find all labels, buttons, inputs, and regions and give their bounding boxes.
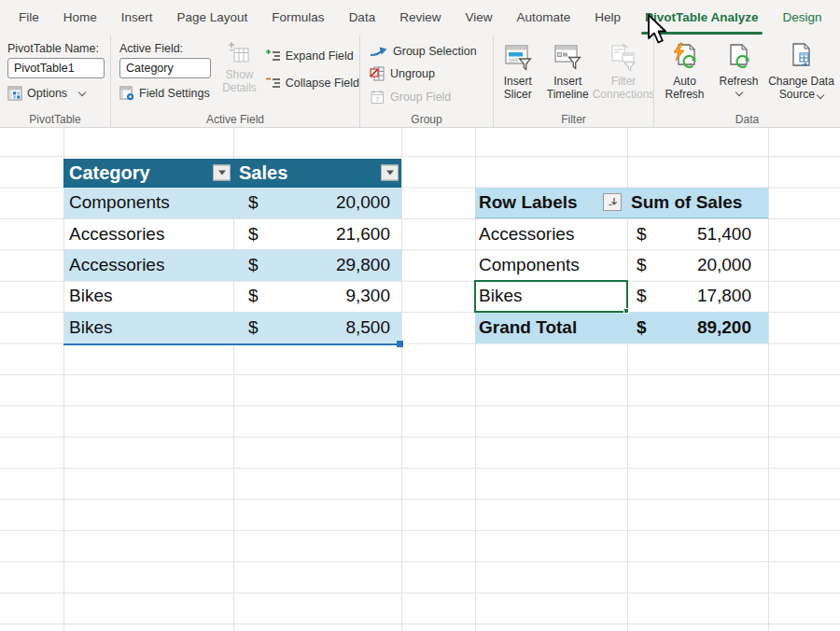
filter-connections-line1: Filter — [611, 76, 637, 89]
pivot-label-cell-selected[interactable]: Components — [475, 249, 627, 280]
row-labels-label: Row Labels — [479, 192, 578, 213]
pivot-label-cell[interactable]: Accessories — [475, 218, 627, 249]
pivot-table: Row Labels Sum of Sales Accessories $51,… — [475, 188, 768, 344]
filter-dropdown-icon[interactable] — [381, 165, 399, 181]
collapse-field-icon — [265, 76, 281, 91]
pivot-grand-total-row: Grand Total $89,200 — [475, 312, 768, 343]
options-button[interactable]: Options — [7, 86, 110, 101]
active-field-input[interactable] — [119, 58, 211, 78]
pivot-header-row: Row Labels Sum of Sales — [475, 188, 768, 218]
active-field-label: Active Field: — [119, 42, 219, 55]
currency-symbol: $ — [637, 255, 647, 275]
tab-file[interactable]: File — [7, 0, 51, 35]
tab-data[interactable]: Data — [337, 0, 388, 35]
currency-symbol: $ — [248, 317, 259, 338]
table-resize-handle[interactable] — [397, 341, 403, 347]
pivot-header-row-labels[interactable]: Row Labels — [475, 188, 627, 217]
collapse-field-label: Collapse Field — [286, 77, 359, 90]
tab-formulas[interactable]: Formulas — [259, 0, 336, 35]
currency-symbol: $ — [637, 224, 647, 245]
grand-total-value-cell[interactable]: $89,200 — [627, 312, 768, 343]
tab-design[interactable]: Design — [771, 0, 834, 35]
group-caption-active-field: Active Field — [111, 113, 359, 126]
tab-automate[interactable]: Automate — [504, 0, 582, 35]
category-cell[interactable]: Accessories — [63, 249, 233, 280]
pivottable-name-input[interactable] — [7, 58, 105, 78]
auto-refresh-line1: Auto — [673, 76, 696, 89]
currency-symbol: $ — [637, 286, 647, 306]
tab-pivottable-analyze[interactable]: PivotTable Analyze — [633, 0, 771, 35]
amount-value: 20,000 — [336, 192, 390, 213]
group-selection-button[interactable]: Group Selection — [370, 45, 493, 58]
pivot-value-cell[interactable]: $20,000 — [627, 249, 768, 280]
currency-symbol: $ — [248, 192, 259, 213]
change-data-source-line2-text: Source — [779, 88, 815, 101]
ungroup-label: Ungroup — [390, 67, 435, 80]
category-cell[interactable]: Bikes — [63, 281, 233, 312]
field-settings-label: Field Settings — [139, 87, 210, 100]
chevron-down-icon — [735, 88, 742, 95]
tab-page-layout[interactable]: Page Layout — [165, 0, 260, 35]
show-details-line1: Show — [226, 69, 254, 82]
pivot-value-cell[interactable]: $17,800 — [627, 281, 768, 312]
pivot-label-cell[interactable]: Bikes — [475, 281, 627, 312]
category-cell[interactable]: Accessories — [63, 218, 233, 249]
tab-review[interactable]: Review — [387, 0, 453, 35]
tab-insert[interactable]: Insert — [109, 0, 165, 35]
refresh-label: Refresh — [719, 76, 758, 89]
pivot-header-sum-of-sales[interactable]: Sum of Sales — [627, 188, 768, 217]
sales-cell[interactable]: $8,500 — [233, 312, 401, 343]
filter-dropdown-icon[interactable] — [213, 165, 231, 181]
expand-field-label: Expand Field — [286, 49, 354, 63]
group-field-icon: 7 — [370, 90, 385, 105]
pivot-dropdown-icon[interactable] — [603, 193, 622, 211]
ribbon-group-filter: Insert Slicer Insert Timeline Filter Con… — [493, 35, 653, 128]
ungroup-button[interactable]: Ungroup — [370, 66, 493, 81]
tab-pivottable-analyze-label: PivotTable Analyze — [645, 10, 759, 24]
sales-cell[interactable]: $21,600 — [233, 218, 401, 249]
collapse-field-button[interactable]: Collapse Field — [265, 76, 359, 91]
group-caption-filter: Filter — [494, 113, 653, 126]
grand-total-label-cell[interactable]: Grand Total — [475, 312, 627, 343]
group-selection-label: Group Selection — [393, 45, 477, 58]
pivot-options-icon — [7, 86, 22, 101]
sales-cell[interactable]: $29,800 — [233, 249, 401, 280]
chevron-down-icon — [78, 88, 86, 95]
field-settings-icon — [119, 86, 134, 101]
tab-view[interactable]: View — [453, 0, 504, 35]
field-settings-button[interactable]: Field Settings — [119, 86, 219, 101]
amount-value: 89,200 — [697, 317, 751, 338]
refresh-icon — [723, 42, 755, 72]
currency-symbol: $ — [637, 317, 647, 338]
tab-help[interactable]: Help — [582, 0, 633, 35]
sales-cell[interactable]: $20,000 — [233, 188, 401, 218]
group-caption-data: Data — [654, 113, 840, 126]
ribbon-group-active-field: Active Field: Field Settings Show Detail… — [110, 35, 359, 128]
worksheet-grid[interactable]: Category Sales Components $20,000 Access… — [0, 128, 840, 631]
show-details-line2: Details — [222, 82, 257, 95]
amount-value: 51,400 — [697, 224, 751, 245]
table-row: Bikes $8,500 — [63, 312, 401, 343]
pivot-row: Components $20,000 — [475, 249, 768, 280]
show-details-icon — [228, 41, 252, 65]
expand-field-button[interactable]: Expand Field — [265, 49, 359, 63]
group-caption-pivottable: PivotTable — [0, 113, 110, 126]
currency-symbol: $ — [248, 255, 259, 275]
sales-cell[interactable]: $9,300 — [233, 281, 401, 312]
insert-timeline-icon — [553, 42, 582, 72]
ungroup-icon — [370, 66, 385, 81]
header-cell-category[interactable]: Category — [63, 159, 233, 187]
amount-value: 21,600 — [336, 224, 390, 245]
group-selection-icon — [370, 46, 388, 58]
pivot-dropdown-arrow — [608, 197, 618, 207]
category-cell[interactable]: Components — [63, 188, 233, 218]
ribbon: PivotTable Name: Options PivotTable Acti… — [0, 35, 840, 128]
source-table-header-row: Category Sales — [63, 159, 401, 187]
pivot-value-cell[interactable]: $51,400 — [627, 218, 768, 249]
currency-symbol: $ — [248, 286, 259, 306]
header-cell-sales[interactable]: Sales — [233, 159, 401, 187]
category-cell[interactable]: Bikes — [63, 312, 233, 343]
change-data-source-icon — [788, 42, 816, 72]
filter-arrow — [218, 171, 226, 175]
tab-home[interactable]: Home — [51, 0, 109, 35]
